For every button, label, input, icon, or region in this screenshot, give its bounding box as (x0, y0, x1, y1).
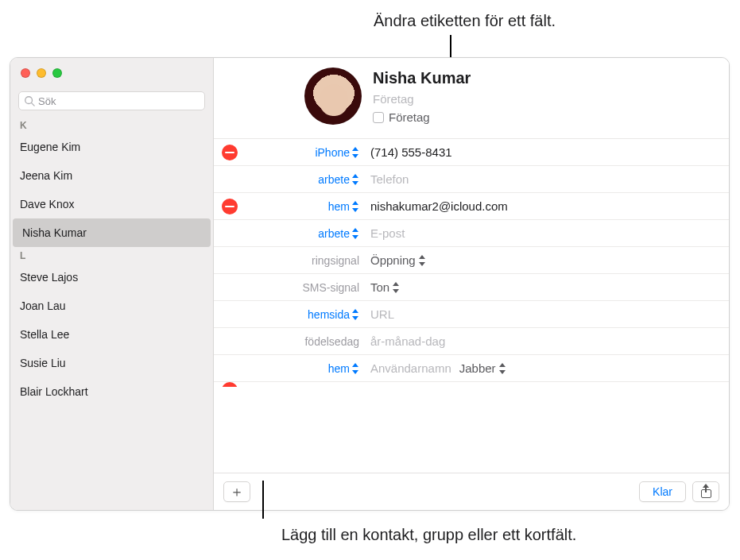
field-row-homepage: hemsida URL (214, 301, 729, 328)
callout-add-contact: Lägg till en kontakt, grupp eller ett ko… (281, 526, 576, 544)
company-checkbox-label: Företag (389, 110, 430, 124)
list-item-selected[interactable]: Nisha Kumar (13, 218, 211, 247)
add-button[interactable]: ＋ (223, 481, 250, 502)
list-item[interactable]: Susie Liu (10, 349, 213, 377)
callout-change-label: Ändra etiketten för ett fält. (374, 12, 556, 30)
done-button[interactable]: Klar (639, 481, 686, 502)
field-row-phone-iphone: iPhone (714) 555-8431 (214, 139, 729, 166)
email-placeholder-field[interactable]: E-post (361, 226, 729, 240)
field-label-static: SMS-signal (246, 281, 361, 294)
delete-field-button[interactable] (222, 382, 238, 387)
ringtone-select[interactable]: Öppning (370, 253, 426, 267)
email-value[interactable]: nishakumar2@icloud.com (361, 199, 729, 213)
phone-placeholder-field[interactable]: Telefon (361, 172, 729, 186)
field-row-phone-work: arbete Telefon (214, 166, 729, 193)
field-label-static: ringsignal (246, 254, 361, 267)
field-row-email-home: hem nishakumar2@icloud.com (214, 193, 729, 220)
contact-name-field[interactable]: Nisha Kumar (373, 69, 471, 87)
chevrons-icon (498, 363, 506, 374)
delete-field-button[interactable] (222, 199, 238, 214)
field-label-select[interactable]: arbete (246, 227, 361, 240)
search-input[interactable]: Sök (18, 91, 205, 110)
chevrons-icon (418, 255, 426, 266)
texttone-select[interactable]: Ton (370, 280, 400, 294)
field-row-texttone: SMS-signal Ton (214, 274, 729, 301)
search-icon (24, 95, 35, 106)
field-label-select[interactable]: hem (246, 200, 361, 213)
list-item[interactable]: Eugene Kim (10, 133, 213, 161)
partial-next-row (214, 382, 729, 387)
im-service-select[interactable]: Jabber (459, 361, 506, 375)
window-controls (21, 68, 62, 78)
contact-list: K Eugene Kim Jeena Kim Dave Knox Nisha K… (10, 117, 213, 510)
im-username-field[interactable]: Användarnamn (370, 361, 451, 375)
svg-line-1 (32, 103, 35, 106)
section-header-k: K (10, 117, 213, 133)
chevrons-icon (392, 282, 400, 293)
list-item[interactable]: Steve Lajos (10, 263, 213, 292)
zoom-window-button[interactable] (52, 68, 62, 78)
company-checkbox[interactable] (373, 112, 384, 123)
chevrons-icon (351, 363, 359, 374)
list-item[interactable]: Stella Lee (10, 320, 213, 349)
share-button[interactable] (692, 481, 719, 502)
close-window-button[interactable] (21, 68, 30, 78)
field-label-select[interactable]: iPhone (246, 146, 361, 159)
url-field[interactable]: URL (361, 307, 729, 321)
field-row-ringtone: ringsignal Öppning (214, 247, 729, 274)
delete-field-button[interactable] (222, 145, 238, 160)
contacts-window: Sök K Eugene Kim Jeena Kim Dave Knox Nis… (10, 57, 730, 511)
share-icon (700, 485, 712, 499)
chevrons-icon (351, 174, 359, 185)
field-label-static: födelsedag (246, 335, 361, 348)
list-item[interactable]: Blair Lockhart (10, 377, 213, 406)
plus-icon: ＋ (230, 482, 244, 501)
field-label-select[interactable]: arbete (246, 173, 361, 186)
fields-area: iPhone (714) 555-8431 arbete Telefon hem (214, 138, 729, 473)
card-toolbar: ＋ Klar (214, 473, 729, 510)
chevrons-icon (351, 228, 359, 239)
birthday-field[interactable]: år-månad-dag (361, 334, 729, 348)
sidebar: Sök K Eugene Kim Jeena Kim Dave Knox Nis… (10, 58, 214, 510)
field-label-select[interactable]: hem (246, 362, 361, 375)
list-item[interactable]: Dave Knox (10, 190, 213, 218)
list-item[interactable]: Jeena Kim (10, 161, 213, 190)
phone-value[interactable]: (714) 555-8431 (361, 145, 729, 159)
avatar[interactable] (304, 68, 362, 125)
company-field[interactable]: Företag (373, 92, 471, 106)
field-row-birthday: födelsedag år-månad-dag (214, 328, 729, 355)
chevrons-icon (351, 309, 359, 320)
contact-card: Nisha Kumar Företag Företag iPhone (714)… (214, 58, 729, 510)
chevrons-icon (351, 201, 359, 212)
field-row-im-home: hem Användarnamn Jabber (214, 355, 729, 382)
chevrons-icon (351, 147, 359, 158)
field-row-email-work: arbete E-post (214, 220, 729, 247)
section-header-l: L (10, 247, 213, 263)
field-label-select[interactable]: hemsida (246, 308, 361, 321)
callout-line-bottom (262, 481, 264, 519)
search-placeholder: Sök (38, 95, 56, 107)
list-item[interactable]: Joan Lau (10, 292, 213, 320)
card-header: Nisha Kumar Företag Företag (214, 58, 729, 138)
minimize-window-button[interactable] (37, 68, 46, 78)
